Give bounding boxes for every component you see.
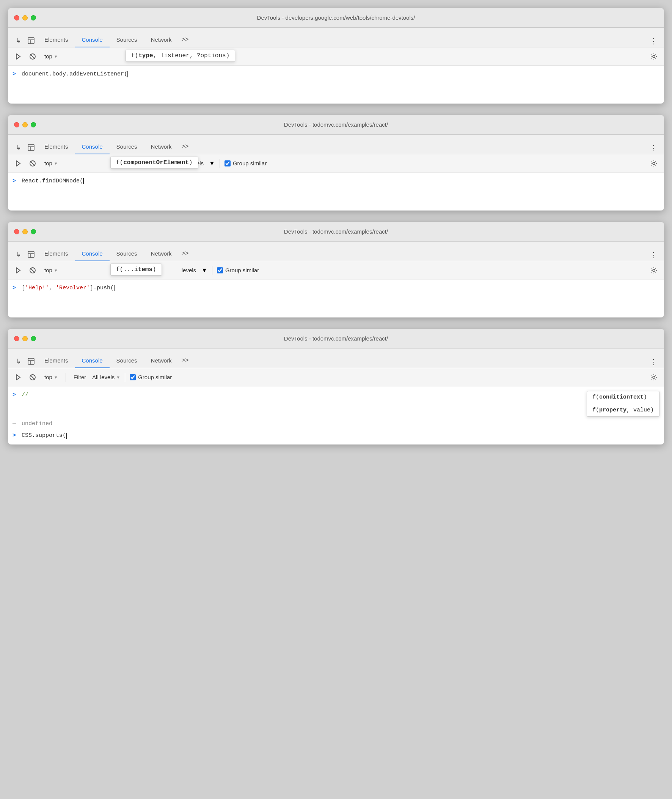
maximize-button[interactable] [31, 15, 36, 21]
inspect-icon[interactable] [25, 35, 38, 47]
group-similar-input-3[interactable] [217, 267, 223, 273]
cursor-icon-4[interactable]: ↳ [12, 355, 25, 368]
group-similar-label-4: Group similar [138, 374, 172, 380]
svg-marker-3 [16, 54, 20, 59]
context-selector-4[interactable]: top ▼ [42, 372, 61, 382]
menu-dots-3[interactable]: ⋮ [646, 249, 660, 261]
console-text-1[interactable]: document.body.addEventListener( [22, 70, 659, 79]
maximize-button-2[interactable] [31, 122, 36, 128]
inspect-icon-2[interactable] [25, 141, 38, 154]
settings-button-4[interactable] [648, 372, 659, 383]
tab-sources-4[interactable]: Sources [110, 354, 144, 368]
levels-selector-4[interactable]: All levels ▼ [92, 374, 120, 380]
clear-console-button-4[interactable] [27, 372, 38, 383]
clear-console-button-1[interactable] [27, 51, 38, 62]
devtools-window-4: DevTools - todomvc.com/examples/react/ ↳… [8, 328, 664, 445]
svg-point-20 [653, 269, 655, 272]
tab-network-4[interactable]: Network [144, 354, 179, 368]
console-text-2[interactable]: React.findDOMNode( [22, 177, 659, 186]
close-button-2[interactable] [14, 122, 19, 128]
tooltip-rest-1: , listener, ?options) [153, 52, 230, 59]
tooltip-bold-2: componentOrElement [123, 159, 189, 166]
tab-sources-3[interactable]: Sources [110, 247, 144, 261]
run-script-button-4[interactable] [13, 372, 24, 383]
group-similar-checkbox-3: Group similar [217, 267, 259, 273]
tab-console-3[interactable]: Console [75, 247, 110, 261]
tab-more-3[interactable]: >> [179, 247, 192, 261]
tab-console-4[interactable]: Console [75, 354, 110, 368]
menu-dots-4[interactable]: ⋮ [646, 356, 660, 368]
cursor-icon-2[interactable]: ↳ [12, 141, 25, 154]
context-value-3: top [44, 267, 52, 273]
inspect-icon-3[interactable] [25, 248, 38, 261]
tab-sources-1[interactable]: Sources [110, 34, 144, 47]
tab-network-1[interactable]: Network [144, 34, 179, 47]
devtools-window-3: DevTools - todomvc.com/examples/react/ ↳… [8, 222, 664, 318]
maximize-button-4[interactable] [31, 336, 36, 341]
svg-line-12 [30, 161, 35, 166]
context-selector-3[interactable]: top ▼ [42, 265, 61, 275]
context-value-4: top [44, 374, 52, 380]
tab-more-4[interactable]: >> [179, 354, 192, 368]
console-text-3[interactable]: ['Help!', 'Revolver'].push( [22, 284, 659, 293]
tab-elements-2[interactable]: Elements [38, 140, 75, 154]
tab-more-1[interactable]: >> [179, 33, 192, 47]
tab-menu-1: ⋮ [646, 35, 660, 47]
tab-network-3[interactable]: Network [144, 247, 179, 261]
menu-dots-2[interactable]: ⋮ [646, 142, 660, 154]
tab-elements-3[interactable]: Elements [38, 247, 75, 261]
tab-more-2[interactable]: >> [179, 140, 192, 154]
console-text-4a[interactable]: // [22, 391, 581, 400]
inspect-icon-4[interactable] [25, 355, 38, 368]
cursor-icon[interactable]: ↳ [12, 35, 25, 47]
group-similar-input-4[interactable] [130, 374, 136, 380]
settings-button-1[interactable] [648, 51, 659, 62]
cursor-icon-3[interactable]: ↳ [12, 248, 25, 261]
context-selector-1[interactable]: top ▼ [42, 51, 61, 61]
tab-sources-2[interactable]: Sources [110, 140, 144, 154]
run-script-button-1[interactable] [13, 51, 24, 62]
minimize-button[interactable] [22, 15, 28, 21]
maximize-button-3[interactable] [31, 229, 36, 234]
autocomplete-tooltip-2: f(componentOrElement) [110, 157, 198, 169]
svg-point-6 [653, 55, 655, 58]
console-text-4c[interactable]: CSS.supports( [22, 431, 659, 440]
run-script-button-3[interactable] [13, 265, 24, 276]
minimize-button-2[interactable] [22, 122, 28, 128]
dropdown-arrow-2: ▼ [54, 161, 58, 166]
tab-elements-4[interactable]: Elements [38, 354, 75, 368]
svg-rect-21 [28, 358, 34, 364]
console-prompt-3: > [13, 284, 19, 293]
settings-button-3[interactable] [648, 265, 659, 276]
tooltip-item-4b[interactable]: f(property, value) [587, 404, 659, 417]
console-prompt-4a: > [13, 391, 19, 400]
tab-console-2[interactable]: Console [75, 140, 110, 154]
tab-network-2[interactable]: Network [144, 140, 179, 154]
window-title-3: DevTools - todomvc.com/examples/react/ [284, 228, 388, 235]
menu-dots-1[interactable]: ⋮ [646, 35, 660, 47]
dropdown-arrow-levels-2: ▼ [209, 160, 215, 167]
run-script-button-2[interactable] [13, 158, 24, 169]
close-button-4[interactable] [14, 336, 19, 341]
close-button[interactable] [14, 15, 19, 21]
traffic-lights-2 [14, 122, 36, 128]
tab-elements-1[interactable]: Elements [38, 34, 75, 47]
tab-menu-4: ⋮ [646, 356, 660, 368]
group-similar-input-2[interactable] [224, 160, 230, 166]
clear-console-button-2[interactable] [27, 158, 38, 169]
window-title-1: DevTools - developers.google.com/web/too… [257, 14, 415, 21]
tooltip-item-4a[interactable]: f(conditionText) [587, 392, 659, 404]
settings-button-2[interactable] [648, 158, 659, 169]
clear-console-button-3[interactable] [27, 265, 38, 276]
context-selector-2[interactable]: top ▼ [42, 158, 61, 168]
tab-console-1[interactable]: Console [75, 34, 110, 47]
minimize-button-4[interactable] [22, 336, 28, 341]
console-prompt-4b: ← [13, 420, 19, 428]
svg-line-5 [30, 54, 35, 59]
svg-marker-24 [16, 375, 20, 380]
devtools-window-2: DevTools - todomvc.com/examples/react/ ↳… [8, 115, 664, 211]
close-button-3[interactable] [14, 229, 19, 234]
title-bar-2: DevTools - todomvc.com/examples/react/ [8, 115, 664, 134]
console-line-4a: > // f(conditionText) f(property, value) [8, 390, 664, 418]
minimize-button-3[interactable] [22, 229, 28, 234]
